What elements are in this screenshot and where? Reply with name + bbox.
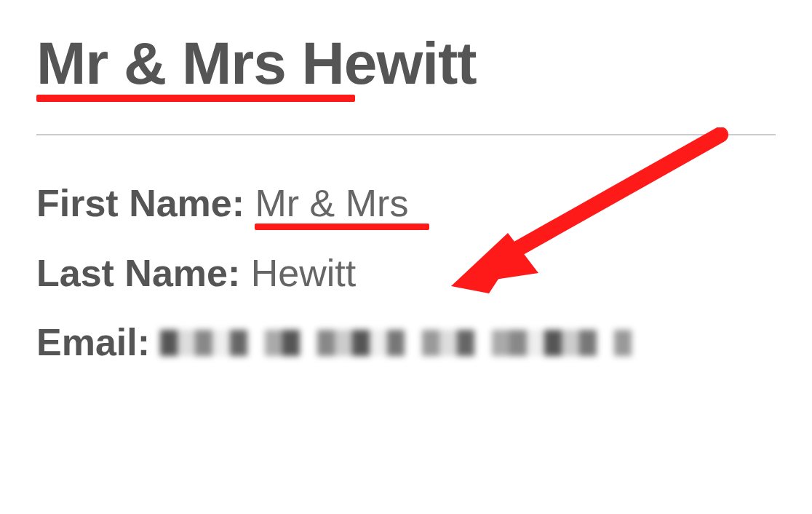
page-title: Mr & Mrs Hewitt — [36, 29, 477, 98]
annotation-underline-first-name — [255, 224, 429, 230]
email-value-redacted — [160, 330, 632, 356]
last-name-row: Last Name: Hewitt — [36, 249, 776, 298]
last-name-value: Hewitt — [251, 252, 356, 294]
email-label: Email: — [36, 318, 150, 368]
first-name-label: First Name: — [36, 182, 244, 224]
email-row: Email: — [36, 318, 776, 368]
title-text: Mr & Mrs Hewitt — [36, 30, 477, 96]
divider — [36, 134, 776, 135]
first-name-row: First Name: Mr & Mrs — [36, 179, 776, 229]
annotation-underline-title — [36, 95, 355, 102]
last-name-label: Last Name: — [36, 252, 240, 294]
first-name-value: Mr & Mrs — [255, 182, 409, 224]
